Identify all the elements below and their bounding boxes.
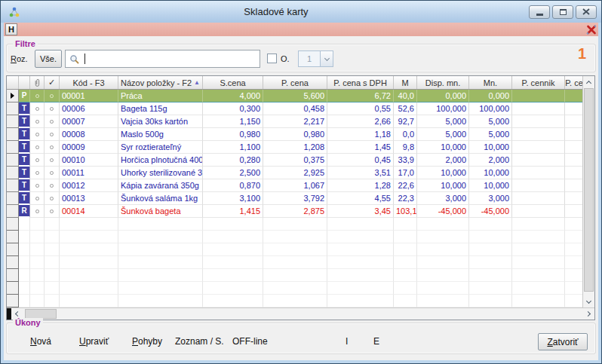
dot-icon — [50, 145, 54, 149]
cell-m — [394, 256, 417, 269]
column-header-pcena[interactable]: P. cena — [263, 76, 327, 89]
cell-p-cennik — [512, 90, 565, 102]
list-button[interactable]: Zoznam / S. — [175, 335, 224, 347]
cell-pcena-dph: 0,45 — [327, 154, 394, 167]
dot-icon — [35, 145, 39, 149]
cancel-filter-icon[interactable] — [586, 24, 597, 35]
edit-button[interactable]: Upraviť — [79, 335, 109, 347]
column-header-m[interactable]: M — [394, 76, 417, 89]
search-input[interactable] — [85, 51, 260, 66]
cell-mn: 10,000 — [469, 167, 512, 179]
cell-p-cennik — [512, 282, 565, 295]
table-row[interactable]: T00009Syr roztierateľný1,1001,2081,459,8… — [7, 141, 582, 154]
cell-m — [394, 243, 417, 256]
cell-p-ce — [565, 141, 582, 154]
check-cell — [45, 192, 60, 205]
cell-pcena — [263, 218, 327, 231]
column-header-p-ce[interactable]: P. ce — [565, 76, 584, 89]
export-button[interactable]: E — [373, 335, 379, 347]
table-row[interactable]: T00011Uhorky sterilizované 35002,5002,92… — [7, 167, 582, 179]
close-icon — [582, 8, 590, 15]
empty-row — [7, 231, 582, 243]
cell-disp-mn: 5,000 — [417, 128, 469, 141]
cell-scena: 0,980 — [203, 128, 263, 141]
cell-mn — [469, 295, 512, 307]
row-marker-cell — [7, 256, 19, 269]
h-button[interactable]: H — [5, 23, 17, 35]
cell-scena — [203, 243, 263, 256]
import-button[interactable]: I — [346, 335, 348, 347]
table-row[interactable]: T00008Maslo 500g0,9800,9801,180,05,0005,… — [7, 128, 582, 141]
table-row[interactable]: T00013Šunková saláma 1kg3,1003,7924,5522… — [7, 192, 582, 205]
column-header-disp-mn[interactable]: Disp. mn. — [417, 76, 469, 89]
column-header-kod[interactable]: Kód - F3 — [60, 76, 118, 89]
titlebar[interactable]: Skladové karty — [1, 1, 601, 23]
scroll-right-icon[interactable] — [583, 308, 594, 320]
dot-icon — [35, 197, 39, 200]
cell-nazov — [118, 282, 203, 295]
scroll-up-icon[interactable] — [583, 76, 594, 88]
app-logo-icon — [8, 6, 20, 18]
check-cell — [45, 231, 60, 243]
new-button[interactable]: Nová — [30, 335, 51, 347]
scroll-down-icon[interactable] — [583, 295, 594, 307]
offline-button[interactable]: OFF-line — [232, 335, 268, 347]
check-icon[interactable]: ✓ — [45, 76, 60, 89]
movements-button[interactable]: Pohyby — [132, 335, 162, 347]
check-cell — [45, 295, 60, 307]
row-marker-cell — [7, 141, 19, 154]
column-header-mn[interactable]: Mn. — [469, 76, 512, 89]
column-header-pcena-dph[interactable]: P. cena s DPH — [327, 76, 394, 89]
chevron-down-icon[interactable] — [320, 51, 333, 66]
column-label: S.cena — [220, 78, 245, 87]
table-row[interactable]: T00006Bageta 115g0,3000,4580,5552,6100,0… — [7, 102, 582, 115]
column-header-p-cennik[interactable]: P. cennik — [512, 76, 565, 89]
type-badge: T — [19, 154, 30, 167]
cell-kod: 00001 — [60, 90, 118, 102]
horizontal-scrollbar[interactable] — [7, 307, 594, 320]
attachment-cell — [30, 179, 45, 192]
cell-disp-mn: 5,000 — [417, 115, 469, 128]
o-checkbox[interactable] — [267, 54, 277, 63]
table-row[interactable]: R00014Šunková bageta1,4152,8753,45103,1-… — [7, 205, 582, 218]
dot-icon — [35, 120, 39, 124]
cell-mn: 10,000 — [469, 179, 512, 192]
table-row[interactable]: P00001Práca4,0005,6006,7240,00,0000,000 — [7, 90, 582, 102]
attachment-cell — [30, 128, 45, 141]
maximize-button[interactable] — [552, 5, 573, 19]
empty-row — [7, 295, 582, 307]
table-row[interactable]: T00010Horčica plnotučná 400g0,2800,3750,… — [7, 154, 582, 167]
search-box[interactable] — [65, 50, 260, 68]
app-window: Skladové karty H Filtre — [0, 0, 602, 364]
check-cell — [45, 141, 60, 154]
check-cell — [45, 128, 60, 141]
table-row[interactable]: T00012Kápia zaváraná 350g0,8701,0671,282… — [7, 179, 582, 192]
cell-mn: 5,000 — [469, 115, 512, 128]
column-header-scena[interactable]: S.cena — [203, 76, 263, 89]
attachment-cell — [30, 102, 45, 115]
cell-p-cennik — [512, 231, 565, 243]
close-dialog-button[interactable]: Zatvoriť — [538, 333, 588, 350]
vertical-scrollbar-thumb[interactable] — [584, 88, 594, 292]
table-row[interactable]: T00007Vajcia 30ks kartón1,1502,2172,6692… — [7, 115, 582, 128]
cell-pcena: 1,208 — [263, 141, 327, 154]
cell-nazov: Syr roztierateľný — [118, 141, 203, 154]
cell-p-cennik — [512, 179, 565, 192]
cell-pcena: 3,792 — [263, 192, 327, 205]
row-marker-cell — [7, 102, 19, 115]
vse-filter-button[interactable]: Vše. — [35, 50, 62, 68]
minimize-button[interactable] — [529, 5, 550, 19]
cell-p-ce — [565, 218, 582, 231]
cell-nazov: Vajcia 30ks kartón — [118, 115, 203, 128]
client-area: H Filtre Roz. Vše. — [4, 23, 598, 360]
column-header-nazov[interactable]: Názov položky - F2▲ — [118, 76, 203, 89]
vertical-scrollbar[interactable] — [582, 76, 594, 307]
cell-mn: 10,000 — [469, 141, 512, 154]
cell-kod — [60, 243, 118, 256]
close-button[interactable] — [576, 5, 597, 19]
page-selector[interactable]: 1 — [298, 50, 333, 67]
type-badge — [19, 243, 30, 256]
paperclip-icon[interactable] — [30, 76, 45, 89]
cell-p-cennik — [512, 167, 565, 179]
check-cell — [45, 90, 60, 102]
